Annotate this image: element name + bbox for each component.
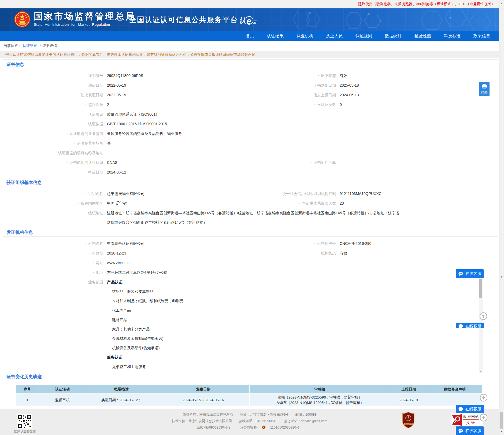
history-header-row: 序号 认证活动 概要描述 发生日期 审核组 上报日期 数据修改声明 bbox=[16, 385, 483, 394]
field-label: 换证日期 bbox=[3, 168, 107, 177]
chat-bubble-icon bbox=[458, 271, 463, 276]
breadcrumb-separator: / bbox=[40, 44, 41, 48]
field-label: 证书编号 bbox=[3, 71, 107, 81]
col-header-activity: 认证活动 bbox=[39, 385, 86, 394]
back-to-top-button[interactable] bbox=[479, 312, 487, 320]
back-to-top-button[interactable] bbox=[480, 394, 488, 402]
site-header: 国家市场监督管理总局 State Administration for Mark… bbox=[0, 8, 504, 31]
nav-item-procurement[interactable]: 政采信息 bbox=[467, 31, 496, 41]
field-row: 是否覆盖多场所 否 bbox=[3, 139, 498, 148]
field-value: 2028-12-23 bbox=[107, 249, 275, 258]
nav-item-personnel[interactable]: 从业人员 bbox=[320, 31, 349, 41]
breadcrumb: 当前位置： 认证结果 / 证书详情 bbox=[0, 41, 499, 51]
footer-ga-number: 11010502035380号 bbox=[270, 426, 299, 429]
online-service-button[interactable]: 在线客服 bbox=[456, 426, 484, 435]
footer-ga: 京公网安备 11010502035380号 bbox=[237, 426, 302, 429]
field-value: GB/T 19001-2016 idt ISO9001:2015 bbox=[107, 119, 275, 129]
gov-site-label: 政府网站 bbox=[463, 414, 479, 420]
breadcrumb-prefix: 当前位置： bbox=[3, 43, 22, 48]
field-row: 颁证日期 2022-05-19 证书到期日期 2025-05-18 bbox=[3, 81, 498, 90]
field-value: 注册地址：辽宁省盘锦市兴隆台区创新街道丰裕社区泰山路145号（客运站楼）/经营地… bbox=[107, 208, 402, 227]
org-info-rows: 组织名称 辽宁德晟物业有限公司 统一社会信用代码/组织机构代码 91211103… bbox=[3, 187, 498, 228]
nav-item-cert-rules[interactable]: 认证规则 bbox=[349, 31, 379, 41]
chat-bubble-icon bbox=[458, 428, 463, 433]
scrollbar-down-arrow[interactable]: ▼ bbox=[499, 430, 504, 433]
field-value: www.ztccc.cn bbox=[107, 258, 275, 268]
browser-suggestion-bar: 建议使用谷歌浏览器、火狐浏览器、360浏览器（极速模式）、IE9+（非兼容性视图… bbox=[0, 0, 499, 8]
field-value: 否 bbox=[107, 139, 275, 148]
field-row: 认证项目 质量管理体系认证（ISO9001） bbox=[3, 110, 498, 119]
national-emblem-icon bbox=[14, 11, 31, 28]
field-label: 网址 bbox=[3, 258, 107, 268]
gov-website-error-report-widget[interactable]: 政府网站 找错 bbox=[451, 413, 483, 426]
field-row: 认证依据 GB/T 19001-2016 idt ISO9001:2015 bbox=[3, 119, 498, 129]
breadcrumb-link-cert-results[interactable]: 认证结果 bbox=[23, 43, 37, 48]
footer-address: 地址：北京市海淀区马甸东路9号 bbox=[240, 413, 288, 416]
online-service-button-partial[interactable]: 在线客服 bbox=[456, 323, 484, 328]
page-scrollbar[interactable]: ▲ ▼ ▼ bbox=[499, 0, 504, 435]
scrollbar-down-arrow[interactable]: ▼ bbox=[499, 276, 504, 278]
print-button[interactable]: 打印 bbox=[479, 82, 490, 96]
scrollbar-thumb[interactable] bbox=[479, 279, 482, 298]
footer-zip: 邮编：100088 bbox=[295, 413, 317, 416]
field-value: 29024Q11800-06R0S bbox=[107, 71, 275, 81]
hexagon-decoration bbox=[343, 12, 386, 30]
section-title-agency-info: 发证机构信息 bbox=[3, 228, 498, 237]
field-label: 证书状态 bbox=[275, 71, 340, 81]
chat-bubble-icon bbox=[458, 324, 463, 328]
field-value: 有效 bbox=[340, 71, 498, 81]
field-row: 地址 东三环路二段宝耳路2号第1号办公楼 bbox=[3, 268, 498, 278]
field-label: 认证覆盖的业务范围 bbox=[3, 129, 107, 139]
party-gov-badge-icon: 党政机关 bbox=[402, 412, 414, 428]
field-label: 有效期 bbox=[3, 249, 107, 258]
nav-item-home[interactable]: 首页 bbox=[239, 31, 261, 41]
field-row: 证书编号 29024Q11800-06R0S 证书状态 有效 bbox=[3, 71, 498, 81]
footer-line-2: 技术支持：北京中认网信息技术有限公司 热线电话：010-56738610 服务邮… bbox=[0, 418, 499, 424]
col-header-date: 发生日期 bbox=[157, 385, 250, 394]
print-button-label: 打印 bbox=[479, 91, 490, 95]
online-service-button[interactable]: 在线客服 bbox=[456, 269, 484, 278]
nav-item-cert-results[interactable]: 认证结果 bbox=[261, 31, 290, 41]
field-value: 2024-06-12 bbox=[107, 168, 275, 177]
scope-item: 建材产品 bbox=[107, 315, 472, 325]
up-arrow-icon bbox=[480, 414, 488, 422]
scope-item: 纺织品、服装和皮革制品 bbox=[107, 287, 472, 296]
footer-ga-prefix: 京公网安备 bbox=[240, 426, 257, 429]
history-data-row: 1 监督审核 换证日期：2024-06-12； 2024-05-15 -- 20… bbox=[16, 394, 483, 406]
ren-e-yun-logo: 认 e 云 bbox=[239, 16, 257, 25]
scrollbar-down-arrow[interactable]: ▼ bbox=[479, 370, 483, 373]
scrollbar-thumb[interactable] bbox=[500, 412, 503, 429]
nav-item-statistics[interactable]: 数据统计 bbox=[379, 31, 408, 41]
col-header-summary: 概要描述 bbox=[86, 385, 157, 394]
field-value: 0 bbox=[340, 100, 498, 110]
header-divider bbox=[124, 14, 124, 26]
scrollbar-up-arrow[interactable]: ▲ bbox=[499, 2, 504, 5]
field-label: 认证项目 bbox=[3, 110, 107, 119]
browser-suggestion-text: 建议使用谷歌浏览器、火狐浏览器、360浏览器（极速模式）、IE9+（非兼容性视图… bbox=[358, 2, 495, 6]
cell-statement bbox=[427, 394, 483, 406]
field-label: 组织地址 bbox=[3, 208, 107, 227]
nav-item-inspection[interactable]: 检验检测 bbox=[408, 31, 438, 41]
field-value: 东三环路二段宝耳路2号第1号办公楼 bbox=[107, 268, 275, 278]
online-service-label: 在线客服 bbox=[465, 324, 481, 328]
scope-item: 无形资产和土地服务 bbox=[107, 362, 472, 371]
business-scope-list: 产品认证 纺织品、服装和皮革制品 木材和木制品；纸浆、纸和纸制品，印刷品 化工类… bbox=[107, 278, 472, 371]
audit-team-line: 张梅（2023-N1QMS-3225596，审核员，监督审核） bbox=[250, 395, 390, 400]
nav-item-agencies[interactable]: 从业机构 bbox=[290, 31, 320, 41]
field-label: 机构名称 bbox=[3, 239, 107, 249]
field-label: 初次获证日期 bbox=[3, 90, 107, 100]
main-nav: 首页 认证结果 从业机构 从业人员 认证规则 数据统计 检验检测 科技标准 政采… bbox=[0, 31, 504, 41]
cell-audit-team: 张梅（2023-N1QMS-3225596，审核员，监督审核） 方译萱（2023… bbox=[250, 394, 390, 406]
back-to-top-button[interactable] bbox=[480, 414, 488, 422]
scope-item: 化工类产品 bbox=[107, 306, 472, 315]
breadcrumb-current: 证书详情 bbox=[42, 43, 57, 48]
nav-item-standards[interactable]: 科技标准 bbox=[438, 31, 467, 41]
printer-icon bbox=[481, 83, 488, 89]
footer-email: 服务邮箱：service@cait.com bbox=[284, 419, 327, 423]
online-service-button[interactable]: 在线客服 bbox=[456, 405, 484, 414]
cell-date: 2024-05-15 -- 2024-05-16 bbox=[157, 394, 250, 406]
footer-tech-support: 技术支持：北京中认网信息技术有限公司 bbox=[172, 419, 232, 423]
gov-error-flag-icon bbox=[451, 414, 462, 426]
field-label: 业务范围 bbox=[3, 278, 107, 371]
cell-seq: 1 bbox=[16, 394, 39, 406]
